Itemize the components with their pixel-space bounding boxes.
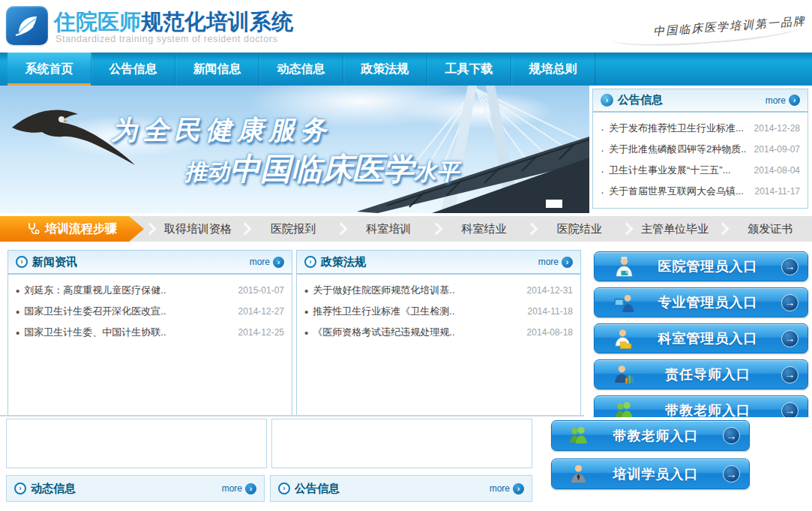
chevron-right-icon (526, 223, 538, 236)
more-label: more (250, 257, 270, 267)
list-item[interactable]: • 国家卫生计生委、中国计生协联.. 2014-12-25 (8, 322, 292, 343)
entry-buttons-column: 医院管理员入口 → 专业管理员入口 → (594, 251, 808, 431)
list-item[interactable]: · 关于批准焦磷酸四钾等2种物质.. 2014-09-07 (593, 139, 808, 160)
hospital-admin-entry-button[interactable]: 医院管理员入口 → (594, 251, 808, 281)
announcements-title: 公告信息 (618, 93, 663, 107)
item-date: 2014-12-31 (527, 285, 573, 296)
nav-item-home[interactable]: 系统首页 (7, 53, 91, 86)
dynamic-info-more-link[interactable]: more › (222, 483, 256, 494)
announcements-panel: › 公告信息 more › · 关于发布推荐性卫生行业标准... 2014-12… (592, 89, 808, 209)
more-arrow-icon: › (273, 257, 284, 268)
policies-list: • 关于做好住院医师规范化培训基.. 2014-12-31 • 推荐性卫生行业标… (297, 275, 580, 343)
bullet: • (304, 327, 308, 338)
announcements-header: › 公告信息 more › (593, 89, 808, 113)
more-label: more (766, 95, 786, 106)
announcements-list: · 关于发布推荐性卫生行业标准... 2014-12-28 · 关于批准焦磷酸四… (593, 113, 808, 202)
arrow-ring-icon: › (278, 482, 290, 494)
list-item[interactable]: · 卫生计生事业发展“十三五”... 2014-08-04 (593, 160, 808, 181)
policies-title: 政策法规 (321, 255, 366, 269)
arrow-circle-icon: → (781, 258, 799, 275)
news-more-link[interactable]: more › (250, 257, 284, 268)
stethoscope-icon (27, 223, 40, 236)
nav-item-policies[interactable]: 政策法规 (343, 53, 427, 86)
more-label: more (490, 483, 510, 494)
nav-item-downloads[interactable]: 工具下载 (427, 53, 511, 86)
teacher-entry-button[interactable]: 带教老师入口 → (551, 420, 750, 451)
bullet: · (601, 165, 604, 176)
title-part2: 规范化培训系统 (141, 10, 293, 34)
bottom-announcements-more-link[interactable]: more › (490, 483, 524, 494)
list-item[interactable]: • 国家卫生计生委召开深化医改宣.. 2014-12-27 (8, 301, 292, 322)
list-item[interactable]: • 推荐性卫生行业标准《卫生检测.. 2014-11-18 (297, 301, 580, 322)
step-label: 医院结业 (538, 222, 621, 236)
student-entry-button[interactable]: 培训学员入口 → (551, 458, 750, 489)
arrow-ring-icon: › (14, 482, 26, 494)
bullet: • (304, 285, 308, 296)
banner-slogan-line1: 为全民健康服务 (111, 113, 331, 148)
item-date: 2014-08-18 (527, 327, 573, 338)
line2-prefix: 推动 (184, 159, 229, 184)
step-label: 主管单位毕业 (633, 222, 716, 236)
hero-banner: 为全民健康服务 推动中国临床医学水平 (0, 86, 589, 213)
line2-main: 中国临床医学 (229, 151, 414, 187)
step-label: 医院报到 (251, 222, 334, 236)
bullet: • (16, 285, 19, 296)
item-text: 关于批准焦磷酸四钾等2种物质.. (609, 143, 748, 156)
major-admin-icon (614, 293, 634, 313)
main-nav: 系统首页 公告信息 新闻信息 动态信息 政策法规 工具下载 规培总则 (0, 53, 812, 86)
mentor-icon (614, 365, 634, 385)
entry-button-label: 培训学员入口 (589, 465, 723, 483)
item-text: 国家卫生计生委召开深化医改宣.. (24, 305, 232, 318)
department-admin-entry-button[interactable]: 科室管理员入口 → (594, 323, 808, 353)
item-text: 《医师资格考试违纪违规处理规.. (313, 326, 520, 339)
department-admin-icon (614, 329, 634, 349)
entry-button-label: 责任导师入口 (634, 365, 781, 383)
list-item[interactable]: · 关于首届世界互联网大会乌镇... 2014-11-17 (593, 181, 808, 202)
item-date: 2014-11-18 (528, 306, 574, 317)
list-item[interactable]: • 关于做好住院医师规范化培训基.. 2014-12-31 (297, 280, 580, 301)
news-panel: › 新闻资讯 more › • 刘延东：高度重视儿童医疗保健.. 2015-01… (7, 250, 292, 416)
bullet: • (16, 327, 19, 338)
banner-pager-dot[interactable] (546, 200, 562, 208)
arrow-circle-icon: → (723, 465, 740, 482)
policies-panel: › 政策法规 more › • 关于做好住院医师规范化培训基.. 2014-12… (296, 250, 581, 416)
item-text: 关于做好住院医师规范化培训基.. (313, 284, 520, 297)
list-item[interactable]: • 《医师资格考试违纪违规处理规.. 2014-08-18 (297, 322, 580, 343)
list-item[interactable]: · 关于发布推荐性卫生行业标准... 2014-12-28 (593, 118, 808, 139)
item-text: 推荐性卫生行业标准《卫生检测.. (313, 305, 521, 318)
more-arrow-icon: › (513, 483, 524, 494)
nav-item-news[interactable]: 新闻信息 (175, 53, 259, 86)
major-admin-entry-button[interactable]: 专业管理员入口 → (594, 287, 808, 317)
content-divider (0, 415, 584, 416)
page-title: 住院医师规范化培训系统 (54, 8, 293, 38)
policies-more-link[interactable]: more › (538, 257, 573, 268)
step-label: 颁发证书 (729, 222, 812, 236)
arrow-circle-icon: → (781, 366, 799, 383)
more-label: more (222, 483, 242, 494)
entry-button-label: 科室管理员入口 (634, 329, 781, 347)
nav-item-announcements[interactable]: 公告信息 (91, 53, 175, 86)
arrow-circle-icon: → (781, 330, 799, 347)
bullet: · (601, 123, 604, 134)
bottom-announcements-header: › 公告信息 more › (270, 475, 532, 502)
arrow-ring-icon: › (304, 256, 316, 268)
nav-item-dynamic[interactable]: 动态信息 (259, 53, 343, 86)
step-label: 取得培训资格 (156, 222, 239, 236)
arrow-ring-icon: › (16, 256, 28, 268)
nav-item-rules[interactable]: 规培总则 (511, 53, 595, 86)
announcements-more-link[interactable]: more › (766, 95, 800, 106)
more-arrow-icon: › (789, 95, 800, 106)
mentor-entry-button[interactable]: 责任导师入口 → (594, 359, 808, 389)
arrow-circle-icon: → (723, 427, 740, 444)
teachers-icon (568, 425, 589, 446)
student-icon (568, 464, 589, 484)
list-item[interactable]: • 刘延东：高度重视儿童医疗保健.. 2015-01-07 (8, 280, 292, 301)
step-label: 科室培训 (347, 222, 430, 236)
item-date: 2014-09-07 (754, 144, 800, 155)
more-arrow-icon: › (562, 257, 573, 268)
policies-header: › 政策法规 more › (297, 251, 580, 275)
item-date: 2014-08-04 (754, 165, 800, 176)
site-logo[interactable] (6, 6, 48, 45)
more-arrow-icon: › (245, 483, 256, 494)
bullet: • (304, 306, 308, 317)
